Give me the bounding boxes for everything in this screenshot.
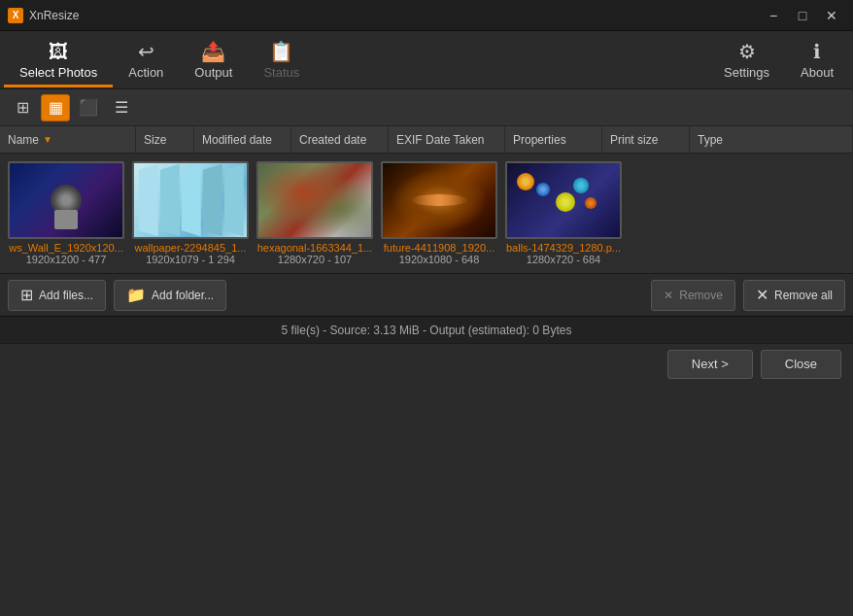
main-toolbar: 🖼 Select Photos ↩ Action 📤 Output 📋 Stat… (0, 31, 853, 89)
next-button[interactable]: Next > (667, 350, 753, 379)
photo-thumbnail-2 (132, 161, 249, 239)
view-grid-large-button[interactable]: ⬛ (74, 94, 103, 121)
col-props-label: Properties (513, 133, 566, 147)
col-header-size: Size (136, 126, 194, 153)
select-photos-icon: 🖼 (49, 41, 68, 63)
status-bar: 5 file(s) - Source: 3.13 MiB - Output (e… (0, 316, 853, 343)
photo-name-3: hexagonal-1663344_1... (256, 242, 373, 254)
photo-name-2: wallpaper-2294845_1... (132, 242, 249, 254)
output-icon: 📤 (201, 40, 225, 63)
titlebar-controls: − □ ✕ (760, 6, 845, 25)
col-header-exif: EXIF Date Taken (389, 126, 505, 153)
titlebar-left: X XnResize (8, 8, 79, 23)
bottom-action-bar: ⊞ Add files... 📁 Add folder... ✕ Remove … (0, 273, 853, 316)
minimize-button[interactable]: − (760, 6, 787, 25)
list-item[interactable]: future-4411908_1920... 1920x1080 - 648 (381, 161, 497, 265)
tab-select-photos[interactable]: 🖼 Select Photos (4, 33, 113, 87)
list-item[interactable]: hexagonal-1663344_1... 1280x720 - 107 (256, 161, 373, 265)
list-item[interactable]: ws_Wall_E_1920x120... 1920x1200 - 477 (8, 161, 124, 265)
view-list-button[interactable]: ☰ (107, 94, 136, 121)
photo-name-4: future-4411908_1920... (381, 242, 497, 254)
remove-all-icon: ✕ (756, 286, 768, 304)
tab-settings[interactable]: ⚙ Settings (708, 33, 785, 87)
tab-about[interactable]: ℹ About (785, 33, 849, 87)
view-grid-small-button[interactable]: ⊞ (8, 94, 37, 121)
remove-label: Remove (679, 289, 723, 302)
photo-thumbnail-4 (381, 161, 497, 239)
tab-settings-label: Settings (724, 65, 769, 80)
remove-button[interactable]: ✕ Remove (651, 280, 735, 311)
tab-output-label: Output (194, 65, 232, 80)
col-created-label: Created date (299, 133, 366, 147)
sort-arrow-name: ▼ (43, 134, 52, 145)
photo-thumbnail-3 (256, 161, 373, 239)
tab-select-photos-label: Select Photos (19, 65, 97, 80)
close-button[interactable]: Close (761, 350, 841, 379)
add-folder-label: Add folder... (152, 289, 214, 302)
action-icon: ↩ (138, 40, 154, 63)
col-header-print-size: Print size (602, 126, 690, 153)
list-item[interactable]: balls-1474329_1280.p... 1280x720 - 684 (505, 161, 622, 265)
maximize-button[interactable]: □ (789, 6, 816, 25)
close-window-button[interactable]: ✕ (818, 6, 845, 25)
add-files-icon: ⊞ (20, 286, 33, 304)
photo-name-5: balls-1474329_1280.p... (505, 242, 622, 254)
photo-dims-2: 1920x1079 - 1 294 (146, 254, 235, 265)
photo-dims-5: 1280x720 - 684 (527, 254, 600, 265)
tab-status: 📋 Status (248, 33, 315, 87)
photo-thumbnail-5 (505, 161, 622, 239)
list-item[interactable]: wallpaper-2294845_1... 1920x1079 - 1 294 (132, 161, 249, 265)
status-icon: 📋 (269, 40, 293, 63)
app-icon: X (8, 8, 23, 23)
settings-icon: ⚙ (738, 40, 756, 63)
col-type-label: Type (698, 133, 723, 147)
add-folder-icon: 📁 (126, 286, 146, 304)
col-header-type: Type (690, 126, 853, 153)
col-header-modified: Modified date (194, 126, 291, 153)
add-files-label: Add files... (39, 289, 93, 302)
col-header-name[interactable]: Name ▼ (0, 126, 136, 153)
photo-dims-4: 1920x1080 - 648 (399, 254, 480, 265)
file-table-header: Name ▼ Size Modified date Created date E… (0, 126, 853, 154)
col-exif-label: EXIF Date Taken (396, 133, 485, 147)
remove-icon: ✕ (664, 289, 673, 302)
view-toolbar: ⊞ ▦ ⬛ ☰ (0, 89, 853, 126)
col-print-label: Print size (610, 133, 658, 147)
add-files-button[interactable]: ⊞ Add files... (8, 280, 106, 311)
tab-action[interactable]: ↩ Action (113, 33, 179, 87)
col-header-created: Created date (291, 126, 389, 153)
col-name-label: Name (8, 133, 39, 147)
nav-bar: Next > Close (0, 343, 853, 384)
status-text: 5 file(s) - Source: 3.13 MiB - Output (e… (282, 324, 572, 337)
app-title: XnResize (29, 9, 79, 22)
photo-name-1: ws_Wall_E_1920x120... (8, 242, 124, 254)
photo-thumbnail-1 (8, 161, 124, 239)
view-grid-medium-button[interactable]: ▦ (41, 94, 70, 121)
tab-action-label: Action (128, 65, 163, 80)
col-modified-label: Modified date (202, 133, 272, 147)
tab-output[interactable]: 📤 Output (179, 33, 248, 87)
col-header-properties: Properties (505, 126, 602, 153)
photo-grid: ws_Wall_E_1920x120... 1920x1200 - 477 wa… (0, 154, 853, 273)
titlebar: X XnResize − □ ✕ (0, 0, 853, 31)
remove-all-button[interactable]: ✕ Remove all (743, 280, 845, 311)
tab-status-label: Status (263, 65, 299, 80)
col-size-label: Size (144, 133, 166, 147)
photo-dims-1: 1920x1200 - 477 (26, 254, 107, 265)
add-folder-button[interactable]: 📁 Add folder... (114, 280, 226, 311)
about-icon: ℹ (813, 40, 821, 63)
remove-all-label: Remove all (774, 289, 833, 302)
photo-dims-3: 1280x720 - 107 (278, 254, 352, 265)
tab-about-label: About (801, 65, 834, 80)
